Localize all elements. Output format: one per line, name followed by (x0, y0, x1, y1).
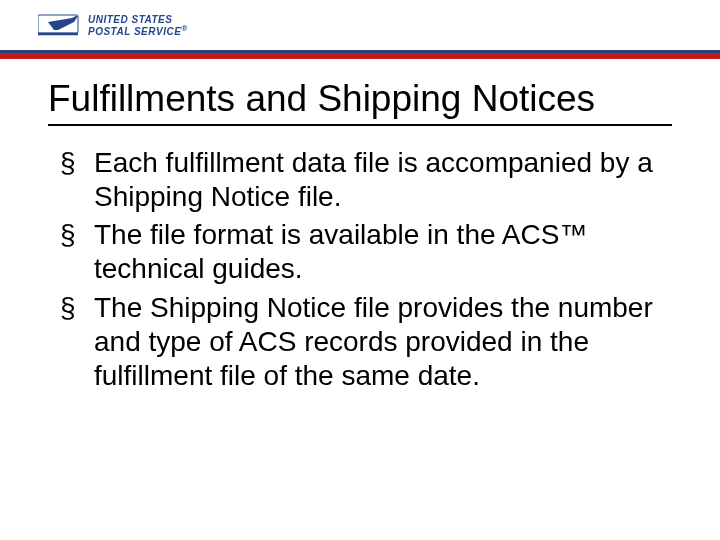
list-item: The file format is available in the ACS™… (60, 218, 672, 286)
bullet-list: Each fulfillment data file is accompanie… (60, 146, 672, 393)
slide-content: Fulfillments and Shipping Notices Each f… (48, 78, 672, 397)
slide-header: UNITED STATES POSTAL SERVICE® (0, 0, 720, 52)
list-item: The Shipping Notice file provides the nu… (60, 291, 672, 393)
list-item: Each fulfillment data file is accompanie… (60, 146, 672, 214)
slide-title: Fulfillments and Shipping Notices (48, 78, 672, 126)
slide: UNITED STATES POSTAL SERVICE® Fulfillmen… (0, 0, 720, 540)
divider-red (0, 53, 720, 59)
eagle-icon (38, 10, 80, 42)
logo-line2: POSTAL SERVICE® (88, 25, 188, 37)
usps-logo-text: UNITED STATES POSTAL SERVICE® (88, 15, 188, 37)
logo-line1: UNITED STATES (88, 15, 188, 25)
usps-logo: UNITED STATES POSTAL SERVICE® (38, 10, 188, 42)
